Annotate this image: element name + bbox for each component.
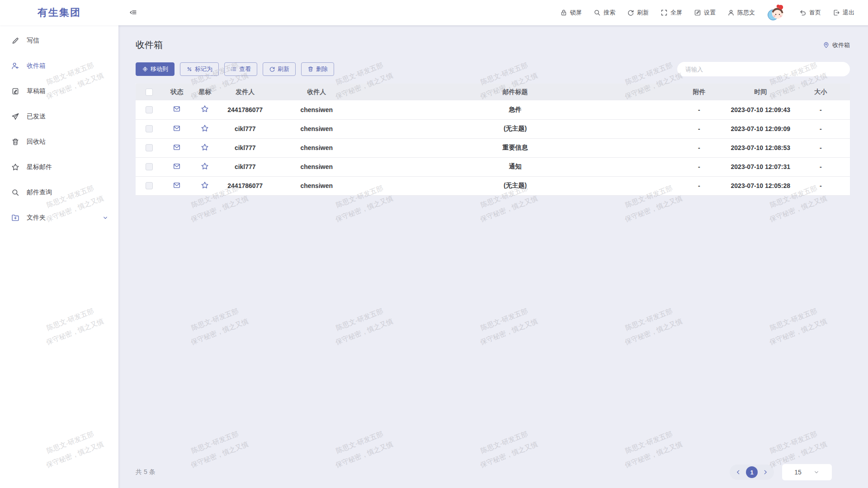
chevron-down-icon (813, 469, 820, 475)
move-to-button[interactable]: 移动到 (136, 62, 175, 76)
sidebar-collapse-button[interactable] (129, 9, 137, 17)
delete-button[interactable]: 删除 (301, 62, 334, 76)
row-checkbox[interactable] (146, 182, 153, 189)
star-icon[interactable] (201, 162, 209, 170)
envelope-icon (173, 162, 181, 170)
refresh-icon (627, 9, 634, 16)
user-menu[interactable]: 陈思文 (727, 9, 755, 17)
sender-cell: 2441786077 (219, 100, 271, 119)
list-icon (231, 66, 237, 72)
subject-cell[interactable]: 急件 (362, 100, 669, 119)
refresh-icon (269, 66, 275, 72)
table-row[interactable]: 2441786077 chensiwen 急件 - 2023-07-10 12:… (136, 100, 850, 119)
time-cell: 2023-07-10 12:05:28 (730, 176, 791, 195)
row-checkbox[interactable] (146, 125, 153, 132)
size-cell: - (792, 119, 850, 138)
envelope-icon (173, 124, 181, 132)
recipient-cell: chensiwen (271, 157, 362, 176)
trash-icon (11, 138, 19, 146)
attachment-cell: - (669, 100, 730, 119)
row-checkbox[interactable] (146, 144, 153, 151)
sidebar-item-compose[interactable]: 写信 (0, 28, 118, 53)
chevron-down-icon (102, 215, 108, 221)
sidebar-item-folders[interactable]: 文件夹 (0, 205, 118, 230)
subject-cell[interactable]: (无主题) (362, 176, 669, 195)
sidebar-item-sent[interactable]: 已发送 (0, 104, 118, 129)
pencil-icon (11, 37, 19, 45)
refresh-page-button[interactable]: 刷新 (627, 9, 649, 17)
pager-pill: 1 (730, 465, 774, 480)
avatar[interactable] (767, 3, 786, 22)
row-checkbox[interactable] (146, 106, 153, 113)
toolbar: 移动到 标记为 查看 刷新 删除 (136, 62, 850, 76)
attachment-cell: - (669, 176, 730, 195)
search-input[interactable] (677, 62, 850, 76)
fullscreen-button[interactable]: 全屏 (660, 9, 682, 17)
col-star: 星标 (191, 84, 219, 100)
col-subject: 邮件标题 (362, 84, 669, 100)
main-content: 收件箱 收件箱 移动到 标记为 查看 刷新 删除 (118, 25, 868, 488)
search-icon (11, 188, 19, 197)
mark-as-button[interactable]: 标记为 (180, 62, 219, 76)
app-logo: 有生集团 (38, 7, 81, 18)
recipient-cell: chensiwen (271, 176, 362, 195)
logout-icon (833, 9, 840, 16)
sidebar-item-mail-search[interactable]: 邮件查询 (0, 180, 118, 205)
fullscreen-label: 全屏 (670, 9, 682, 17)
sender-cell: 2441786077 (219, 176, 271, 195)
col-size: 大小 (792, 84, 850, 100)
refresh-list-button[interactable]: 刷新 (263, 62, 296, 76)
sidebar-item-label: 文件夹 (27, 214, 46, 222)
page-size-select[interactable]: 15 (782, 464, 832, 480)
breadcrumb-label: 收件箱 (832, 41, 850, 49)
page-title: 收件箱 (136, 39, 163, 51)
table-row[interactable]: cikl777 chensiwen 重要信息 - 2023-07-10 12:0… (136, 138, 850, 157)
footer: 共 5 条 1 15 (118, 460, 868, 488)
subject-cell[interactable]: (无主题) (362, 119, 669, 138)
delete-label: 删除 (316, 65, 328, 73)
sender-cell: cikl777 (219, 138, 271, 157)
star-icon[interactable] (201, 105, 209, 113)
subject-cell[interactable]: 重要信息 (362, 138, 669, 157)
global-search-button[interactable]: 搜索 (594, 9, 615, 17)
home-button[interactable]: 首页 (799, 9, 821, 17)
next-page-button[interactable] (762, 469, 769, 475)
sidebar-item-recycle[interactable]: 回收站 (0, 129, 118, 155)
row-checkbox[interactable] (146, 163, 153, 170)
table-row[interactable]: cikl777 chensiwen (无主题) - 2023-07-10 12:… (136, 119, 850, 138)
col-sender: 发件人 (219, 84, 271, 100)
star-icon[interactable] (201, 124, 209, 132)
move-icon (142, 66, 148, 72)
view-label: 查看 (239, 65, 251, 73)
sidebar-item-label: 已发送 (27, 113, 46, 121)
sender-cell: cikl777 (219, 157, 271, 176)
subject-cell[interactable]: 通知 (362, 157, 669, 176)
sidebar-item-label: 写信 (27, 37, 39, 45)
lock-screen-button[interactable]: 锁屏 (560, 9, 582, 17)
view-button[interactable]: 查看 (224, 62, 257, 76)
col-time: 时间 (730, 84, 791, 100)
table-row[interactable]: 2441786077 chensiwen (无主题) - 2023-07-10 … (136, 176, 850, 195)
sidebar-item-drafts[interactable]: 草稿箱 (0, 79, 118, 104)
inbox-user-icon (11, 62, 19, 70)
table-row[interactable]: cikl777 chensiwen 通知 - 2023-07-10 12:07:… (136, 157, 850, 176)
star-icon[interactable] (201, 181, 209, 189)
select-all-checkbox[interactable] (146, 89, 153, 96)
time-cell: 2023-07-10 12:08:53 (730, 138, 791, 157)
sidebar-item-inbox[interactable]: 收件箱 (0, 53, 118, 79)
logout-button[interactable]: 退出 (833, 9, 854, 17)
sidebar-item-label: 收件箱 (27, 62, 46, 70)
settings-button[interactable]: 设置 (694, 9, 716, 17)
star-icon (11, 163, 19, 171)
prev-page-button[interactable] (735, 469, 741, 475)
star-icon[interactable] (201, 143, 209, 151)
logo-box: 有生集团 (0, 6, 118, 19)
send-icon (11, 113, 19, 121)
mail-table: 状态 星标 发件人 收件人 邮件标题 附件 时间 大小 2441786077 c… (136, 84, 850, 196)
mail-table-header: 状态 星标 发件人 收件人 邮件标题 附件 时间 大小 (136, 84, 850, 100)
logout-label: 退出 (843, 9, 854, 17)
sidebar-item-label: 邮件查询 (27, 188, 52, 197)
search-icon (594, 9, 601, 16)
page-number-button[interactable]: 1 (746, 466, 758, 478)
sidebar-item-starred[interactable]: 星标邮件 (0, 155, 118, 180)
